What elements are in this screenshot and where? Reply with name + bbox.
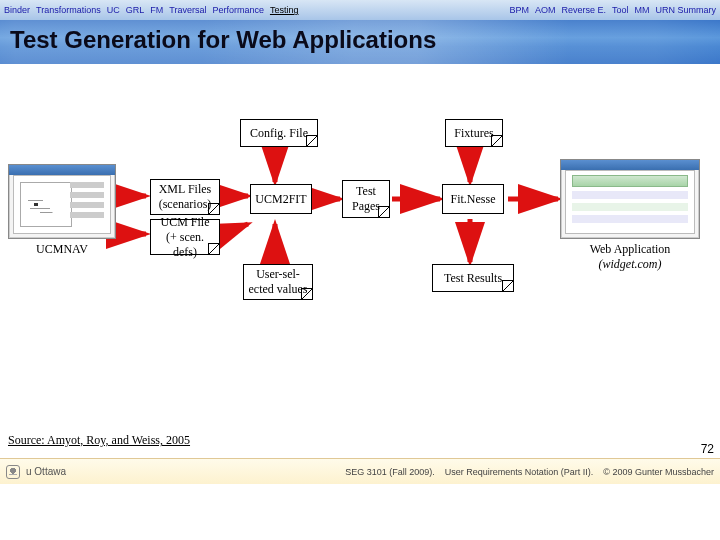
nav-binder[interactable]: Binder bbox=[4, 5, 30, 15]
uottawa-logo-icon bbox=[6, 465, 20, 479]
fitnesse-box: Fit.Nesse bbox=[442, 184, 504, 214]
test-pages-box: Test Pages bbox=[342, 180, 390, 218]
nav-tool[interactable]: Tool bbox=[612, 5, 629, 15]
fixtures-box: Fixtures bbox=[445, 119, 503, 147]
nav-bpm[interactable]: BPM bbox=[509, 5, 529, 15]
webapp-line2: (widget.com) bbox=[599, 257, 662, 271]
nav-fm[interactable]: FM bbox=[150, 5, 163, 15]
footer-strip: u Ottawa SEG 3101 (Fall 2009). User Requ… bbox=[0, 458, 720, 484]
page-title: Test Generation for Web Applications bbox=[10, 26, 436, 54]
nav-transformations[interactable]: Transformations bbox=[36, 5, 101, 15]
config-file-box: Config. File bbox=[240, 119, 318, 147]
ucm2fit-box: UCM2FIT bbox=[250, 184, 312, 214]
footer-course: SEG 3101 (Fall 2009). bbox=[345, 467, 435, 477]
footer-doc: User Requirements Notation (Part II). bbox=[445, 467, 594, 477]
nav-traversal[interactable]: Traversal bbox=[169, 5, 206, 15]
nav-urn[interactable]: URN Summary bbox=[655, 5, 716, 15]
webapp-screenshot bbox=[560, 159, 700, 239]
nav-grl[interactable]: GRL bbox=[126, 5, 145, 15]
source-citation: Source: Amyot, Roy, and Weiss, 2005 bbox=[8, 433, 190, 448]
nav-uc[interactable]: UC bbox=[107, 5, 120, 15]
nav-mm[interactable]: MM bbox=[634, 5, 649, 15]
xml-files-box: XML Files (scenarios) bbox=[150, 179, 220, 215]
title-bar: Test Generation for Web Applications bbox=[0, 20, 720, 64]
nav-reverse[interactable]: Reverse E. bbox=[561, 5, 606, 15]
ucmnav-screenshot bbox=[8, 164, 116, 239]
slide-number: 72 bbox=[701, 442, 714, 456]
webapp-caption: Web Application (widget.com) bbox=[570, 242, 690, 272]
ucm-file-box: UCM File (+ scen. defs) bbox=[150, 219, 220, 255]
webapp-line1: Web Application bbox=[590, 242, 671, 256]
user-selected-box: User-sel- ected values bbox=[243, 264, 313, 300]
uottawa-text: u Ottawa bbox=[26, 466, 66, 477]
footer-copyright: © 2009 Gunter Mussbacher bbox=[603, 467, 714, 477]
ucmnav-caption: UCMNAV bbox=[8, 242, 116, 257]
nav-testing[interactable]: Testing bbox=[270, 5, 299, 15]
flow-arrows bbox=[0, 64, 720, 484]
svg-line-5 bbox=[222, 224, 248, 234]
test-results-box: Test Results bbox=[432, 264, 514, 292]
diagram-canvas: Config. File Fixtures UCMNAV XML Files (… bbox=[0, 64, 720, 484]
nav-performance[interactable]: Performance bbox=[212, 5, 264, 15]
top-nav: Binder Transformations UC GRL FM Travers… bbox=[0, 0, 720, 20]
nav-aom[interactable]: AOM bbox=[535, 5, 556, 15]
